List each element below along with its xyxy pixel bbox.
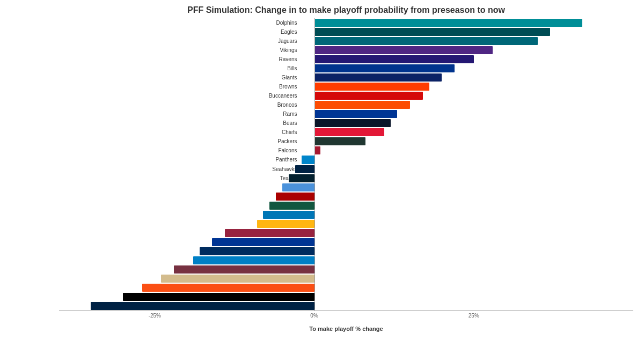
bar-fill <box>282 183 314 191</box>
bar-fill <box>257 220 314 228</box>
bar-row: Patriots <box>59 301 633 311</box>
bar-row: Cowboys <box>59 238 633 247</box>
bar-fill <box>212 238 314 246</box>
bar-fill <box>289 174 314 182</box>
bar-row: Chiefs <box>59 128 633 137</box>
bar-fill <box>314 92 423 100</box>
bar-fill <box>314 128 385 136</box>
bar-row: Giants <box>59 73 633 82</box>
bar-row: Rams <box>59 109 633 119</box>
bar-fill <box>91 302 314 310</box>
bar-row: Vikings <box>59 46 633 55</box>
bar-row: Bills <box>59 64 633 73</box>
bar-row: Dolphins <box>59 18 633 27</box>
bar-row: Ravens <box>59 55 633 64</box>
bar-row: Bengals <box>59 283 633 292</box>
bar-row: Raiders <box>59 292 633 301</box>
chart-area: DolphinsEaglesJaguarsVikingsRavensBillsG… <box>59 18 633 332</box>
bar-row: Texans <box>59 174 633 183</box>
tick-label: 25% <box>469 313 479 319</box>
bar-row: Chargers <box>59 256 633 265</box>
bar-fill <box>314 146 321 154</box>
x-axis-title: To make playoff % change <box>309 326 383 332</box>
bar-row: Buccaneers <box>59 91 633 100</box>
bar-row: Lions <box>59 210 633 219</box>
chart-title: PFF Simulation: Change in to make playof… <box>59 5 633 15</box>
bar-row: Panthers <box>59 155 633 164</box>
bar-fill <box>269 202 314 210</box>
bar-fill <box>314 55 474 63</box>
bar-row: Titans <box>59 183 633 192</box>
bar-fill <box>295 165 314 173</box>
bars-wrapper: DolphinsEaglesJaguarsVikingsRavensBillsG… <box>59 18 633 311</box>
bar-row: Jets <box>59 201 633 210</box>
tick-label: -25% <box>149 313 161 319</box>
bar-fill <box>314 37 538 45</box>
bar-fill <box>225 229 314 237</box>
bar-fill <box>314 19 582 27</box>
bar-row: Cardinals <box>59 228 633 238</box>
bar-row: Saints <box>59 274 633 283</box>
bar-fill <box>276 193 314 201</box>
bar-row: 49ers <box>59 192 633 201</box>
chart-container: PFF Simulation: Change in to make playof… <box>0 0 644 362</box>
bar-fill <box>314 46 493 54</box>
bar-fill <box>200 247 314 255</box>
tick-label: 0% <box>310 313 318 319</box>
bar-fill <box>314 119 391 127</box>
bar-fill <box>314 73 442 82</box>
bar-fill <box>123 293 314 301</box>
bar-fill <box>142 284 314 292</box>
bar-fill <box>314 137 365 145</box>
bar-fill <box>302 156 314 164</box>
bar-row: Bears <box>59 119 633 128</box>
bar-fill <box>174 265 314 274</box>
bar-row: Seahawks <box>59 165 633 174</box>
bar-row: Eagles <box>59 27 633 36</box>
bar-row: Commanders <box>59 265 633 274</box>
bar-row: Broncos <box>59 100 633 109</box>
bar-fill <box>314 110 398 118</box>
bar-row: Packers <box>59 137 633 146</box>
bar-fill <box>314 28 551 36</box>
bar-row: Steelers <box>59 219 633 228</box>
bar-row: Browns <box>59 82 633 91</box>
bar-row: Colts <box>59 247 633 256</box>
bar-row: Falcons <box>59 146 633 155</box>
x-axis-line <box>59 311 633 311</box>
bar-fill <box>314 101 410 109</box>
bar-fill <box>263 211 314 219</box>
zero-line <box>314 18 315 311</box>
bar-fill <box>161 275 314 283</box>
x-axis: -25%0%25%To make playoff % change <box>59 311 633 332</box>
bar-row: Jaguars <box>59 36 633 46</box>
bar-fill <box>314 64 455 72</box>
bar-fill <box>193 256 314 264</box>
bar-fill <box>314 83 429 91</box>
